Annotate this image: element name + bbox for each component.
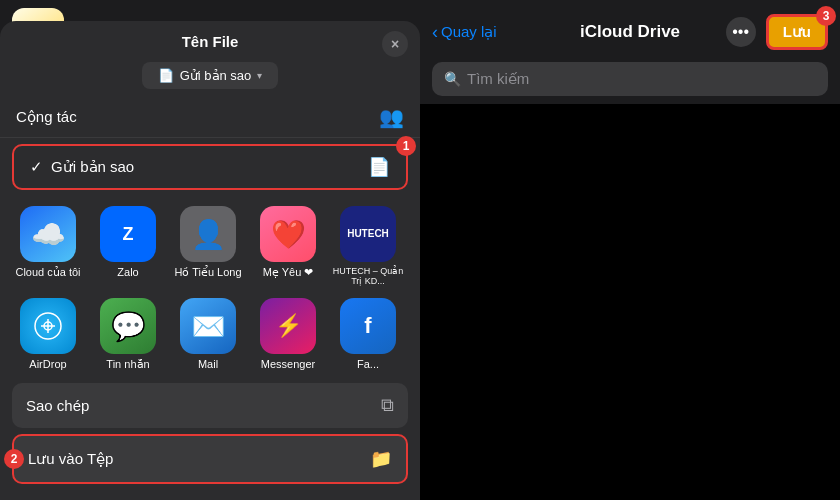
app-label: Cloud của tôi bbox=[15, 266, 80, 279]
saochep-row[interactable]: Sao chép ⧉ bbox=[12, 383, 408, 428]
copy-selector-row: 📄 Gửi bản sao ▾ bbox=[0, 58, 420, 97]
app-label: Tin nhắn bbox=[106, 358, 149, 371]
hutech-icon: HUTECH bbox=[340, 206, 396, 262]
page-title: iCloud Drive bbox=[580, 22, 680, 42]
list-item[interactable]: Z Zalo bbox=[88, 206, 168, 286]
left-panel: Tên File × 📄 Gửi bản sao ▾ Cộng tác 👥 ✓ … bbox=[0, 0, 420, 500]
zalo-icon: Z bbox=[100, 206, 156, 262]
copy-selector[interactable]: 📄 Gửi bản sao ▾ bbox=[142, 62, 279, 89]
messages-icon: 💬 bbox=[100, 298, 156, 354]
messenger-icon: ⚡ bbox=[260, 298, 316, 354]
copy-selector-label: Gửi bản sao bbox=[180, 68, 252, 83]
back-label: Quay lại bbox=[441, 23, 497, 41]
list-item[interactable]: HUTECH HUTECH – Quản Trị KD... bbox=[328, 206, 408, 286]
people-icon: 👥 bbox=[379, 105, 404, 129]
icloud-drive-content bbox=[420, 104, 840, 500]
search-bar[interactable]: 🔍 Tìm kiếm bbox=[432, 62, 828, 96]
list-item[interactable]: ✉️ Mail bbox=[168, 298, 248, 371]
badge-2: 2 bbox=[4, 449, 24, 469]
app-label: Mẹ Yêu ❤ bbox=[263, 266, 314, 279]
list-item[interactable]: f Fa... bbox=[328, 298, 408, 371]
right-topbar: ‹ Quay lại iCloud Drive ••• Lưu 3 bbox=[420, 0, 840, 58]
close-button[interactable]: × bbox=[382, 31, 408, 57]
badge-3: 3 bbox=[816, 6, 836, 26]
send-copy-label: ✓ Gửi bản sao bbox=[30, 158, 134, 176]
save-button-wrap: Lưu 3 bbox=[766, 14, 828, 50]
collab-label: Cộng tác bbox=[16, 108, 77, 126]
back-button[interactable]: ‹ Quay lại bbox=[432, 22, 497, 43]
saochep-label: Sao chép bbox=[26, 397, 89, 414]
copy-icon: ⧉ bbox=[381, 395, 394, 416]
app-label: Messenger bbox=[261, 358, 315, 370]
app-label: Zalo bbox=[117, 266, 138, 278]
list-item[interactable]: ⚡ Messenger bbox=[248, 298, 328, 371]
sheet-title: Tên File bbox=[182, 33, 239, 50]
share-sheet: Tên File × 📄 Gửi bản sao ▾ Cộng tác 👥 ✓ … bbox=[0, 21, 420, 500]
action-rows: Sao chép ⧉ Lưu vào Tệp 📁 2 bbox=[0, 379, 420, 484]
me-icon: ❤️ bbox=[260, 206, 316, 262]
close-icon: × bbox=[391, 37, 399, 51]
badge-1: 1 bbox=[396, 136, 416, 156]
facebook-icon: f bbox=[340, 298, 396, 354]
collab-row[interactable]: Cộng tác 👥 bbox=[0, 97, 420, 138]
app-label: Fa... bbox=[357, 358, 379, 370]
person-icon: 👤 bbox=[180, 206, 236, 262]
search-icon: 🔍 bbox=[444, 71, 461, 87]
more-options-button[interactable]: ••• bbox=[726, 17, 756, 47]
checkmark-icon: ✓ bbox=[30, 158, 43, 176]
right-panel: ‹ Quay lại iCloud Drive ••• Lưu 3 🔍 Tìm … bbox=[420, 0, 840, 500]
app-label: Hồ Tiểu Long bbox=[174, 266, 241, 279]
send-copy-row[interactable]: ✓ Gửi bản sao 📄 1 bbox=[12, 144, 408, 190]
list-item[interactable]: ☁️ Cloud của tôi bbox=[8, 206, 88, 286]
list-item[interactable]: ❤️ Mẹ Yêu ❤ bbox=[248, 206, 328, 286]
apps-row: ☁️ Cloud của tôi Z Zalo 👤 Hồ Tiểu Long ❤… bbox=[0, 196, 420, 294]
search-placeholder: Tìm kiếm bbox=[467, 70, 529, 88]
mail-icon: ✉️ bbox=[180, 298, 236, 354]
doc-icon: 📄 bbox=[158, 68, 174, 83]
right-actions: ••• Lưu 3 bbox=[726, 14, 828, 50]
folder-icon: 📁 bbox=[370, 448, 392, 470]
document-icon: 📄 bbox=[368, 156, 390, 178]
airdrop-icon bbox=[20, 298, 76, 354]
list-item[interactable]: AirDrop bbox=[8, 298, 88, 371]
back-chevron-icon: ‹ bbox=[432, 22, 438, 43]
app-label: Mail bbox=[198, 358, 218, 370]
icloud-icon: ☁️ bbox=[20, 206, 76, 262]
dots-icon: ••• bbox=[732, 23, 749, 41]
sheet-title-bar: Tên File × bbox=[0, 33, 420, 58]
app-label: HUTECH – Quản Trị KD... bbox=[328, 266, 408, 286]
luu-vao-tep-row[interactable]: Lưu vào Tệp 📁 2 bbox=[12, 434, 408, 484]
luu-label: Lưu vào Tệp bbox=[28, 450, 113, 468]
share-apps-row: AirDrop 💬 Tin nhắn ✉️ Mail ⚡ Messenger f… bbox=[0, 294, 420, 379]
list-item[interactable]: 💬 Tin nhắn bbox=[88, 298, 168, 371]
list-item[interactable]: 👤 Hồ Tiểu Long bbox=[168, 206, 248, 286]
app-label: AirDrop bbox=[29, 358, 66, 370]
chevron-down-icon: ▾ bbox=[257, 70, 262, 81]
